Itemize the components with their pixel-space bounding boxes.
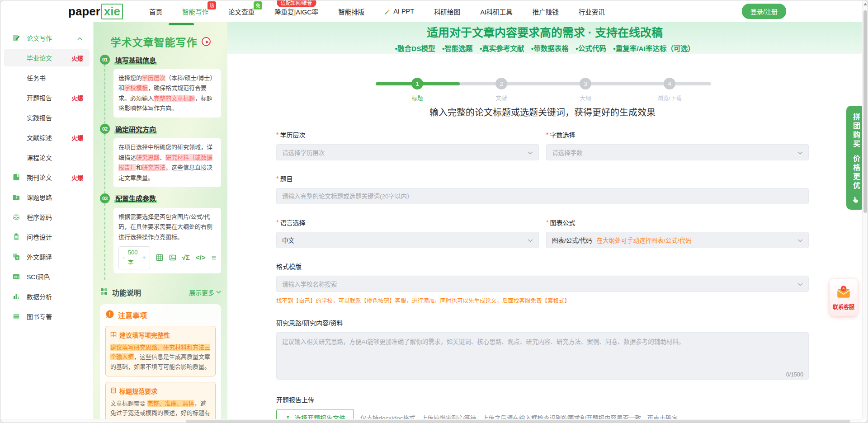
word-count-select[interactable]: 请选择字数: [546, 144, 809, 160]
nav-item-sci-drawing[interactable]: 科研绘图: [434, 7, 460, 16]
nav-item-plagiarism-check[interactable]: 论文查重 免: [228, 7, 255, 16]
nav-item-home[interactable]: 首页: [149, 7, 162, 16]
folder-bolt-icon: [12, 193, 20, 201]
page-title: 输入完整的论文标题或选题关键词，获得更好的生成效果: [276, 105, 809, 118]
play-video-icon[interactable]: [202, 37, 211, 46]
progress-bar: [376, 82, 711, 85]
notice-panel: 注意事项 建议填写项完整性 建议填写研究思路、研究材料和方法三个输入框，这些信息…: [100, 304, 221, 419]
guide-step-3: 03 配置生成参数 根据需要选择是否包含图片/公式/代码，在具体要求需要在大纲处…: [100, 193, 221, 280]
sidebar-item-data-analysis[interactable]: 数据分析: [4, 288, 90, 305]
title-field-group: *题目: [276, 174, 809, 204]
paper-writing-icon: [12, 34, 20, 42]
hot-label: 火爆: [71, 133, 83, 142]
translate-icon: [12, 253, 20, 261]
word-count-stepper[interactable]: - 500 字 +: [118, 246, 150, 269]
scroll-up-arrow-icon[interactable]: [863, 3, 867, 5]
show-more-link[interactable]: 展示更多: [189, 288, 221, 297]
research-textarea[interactable]: [276, 332, 809, 380]
table-icon[interactable]: [156, 254, 163, 261]
sidebar-item-task-book[interactable]: 任务书: [4, 69, 90, 86]
chevron-down-icon: [797, 237, 803, 244]
education-select[interactable]: 请选择学历层次: [276, 144, 539, 160]
sidebar-item-course-paper[interactable]: 课程论文: [4, 149, 90, 166]
step-description: 选择您的学历层次（本科/硕士/博士）和学校模板，确保格式规范符合要求。必须输入完…: [113, 69, 221, 118]
sidebar-item-source-code[interactable]: 程序源码: [4, 208, 90, 226]
upload-proposal-button[interactable]: 选择开题报告文件: [276, 409, 354, 419]
nav-item-ai-research-tools[interactable]: AI科研工具: [480, 7, 513, 16]
step-circle-refs[interactable]: 2: [495, 78, 507, 89]
horizontal-scrollbar[interactable]: [0, 419, 862, 423]
guide-scroll-indicator[interactable]: [169, 23, 194, 25]
sidebar-item-questionnaire-design[interactable]: 问卷设计: [4, 228, 90, 245]
step-title: 配置生成参数: [114, 193, 157, 203]
step-description: 在项目选择中明确您的研究领域，详细描述研究思路、研究材料（或数据报告）和研究方法…: [113, 138, 221, 187]
open-book-icon: [110, 330, 117, 341]
layers-icon: [12, 213, 20, 221]
title-input[interactable]: [276, 188, 809, 204]
thesis-form: *学历层次 请选择学历层次 *字数选择 请选择字数: [276, 130, 809, 419]
outline-lines-icon[interactable]: ≡: [211, 251, 216, 265]
compat-ribbon: 适配知网/维普: [277, 0, 316, 7]
step-circle-download[interactable]: 4: [664, 78, 675, 89]
navbar: paper xie 首页 智能写作 热 论文查重 免 适配知网/维普 降重复|A…: [0, 0, 862, 22]
image-icon[interactable]: [169, 254, 176, 261]
page: paper xie 首页 智能写作 热 论文查重 免 适配知网/维普 降重复|A…: [0, 0, 868, 423]
template-help-text: 找不到【自己】的学校，可以联系【橙色按钮】客服，进行添加。同时也可以先生成论文，…: [276, 296, 809, 305]
language-select[interactable]: 中文: [276, 232, 539, 248]
features-section-header: 功能说明 展示更多: [100, 287, 221, 298]
hot-label: 火爆: [71, 94, 83, 102]
chevron-down-icon: [797, 281, 803, 287]
hand-pointer-icon: [852, 196, 859, 205]
sidebar-group-paper-writing[interactable]: 论文写作: [4, 29, 90, 47]
sidebar-item-journal-paper[interactable]: 期刊论文 火爆: [4, 169, 90, 186]
vertical-scrollbar-thumb[interactable]: [863, 10, 867, 213]
sidebar-item-sci-polish[interactable]: SCI润色: [4, 268, 90, 285]
formula-icon[interactable]: √Σ: [182, 252, 190, 263]
plus-icon[interactable]: +: [142, 252, 146, 263]
bar-chart-icon: [12, 292, 20, 301]
nav-item-ai-ppt[interactable]: AI PPT: [384, 8, 414, 15]
research-field-group: 研究思路/研究内容/资料 0/1500: [276, 318, 809, 381]
code-icon[interactable]: </>: [196, 252, 206, 263]
step-title: 填写基础信息: [114, 55, 157, 65]
step-circle-title[interactable]: 1: [411, 78, 423, 89]
nav-item-reduce-aigc[interactable]: 适配知网/维普 降重复|AIGC率: [274, 7, 318, 16]
horizontal-scrollbar-thumb[interactable]: [186, 420, 850, 423]
nav-item-promotion[interactable]: 推广赚钱: [533, 7, 559, 16]
sidebar-item-literature-review[interactable]: 文献综述 火爆: [4, 129, 90, 146]
logo[interactable]: paper xie: [68, 4, 123, 19]
sidebar-item-proposal-report[interactable]: 开题报告 火爆: [4, 89, 90, 106]
school-template-select[interactable]: 请输入学校名称搜索: [276, 276, 809, 292]
progress-steps: 1 2 3 4 标题 文献 大纲 浏览/下载: [276, 54, 809, 99]
step-circle-outline[interactable]: 3: [580, 78, 591, 89]
login-button[interactable]: 登录/注册: [742, 4, 786, 19]
document-icon: [110, 386, 117, 397]
chevron-down-icon: [528, 237, 533, 244]
chevron-down-icon: [528, 149, 533, 156]
nav-item-ai-writing[interactable]: 智能写作 热: [182, 7, 208, 16]
word-count-field-group: *字数选择 请选择字数: [546, 130, 809, 160]
minus-icon[interactable]: -: [123, 252, 125, 263]
guide-step-1: 01 填写基础信息 选择您的学历层次（本科/硕士/博士）和学校模板，确保格式规范…: [100, 55, 221, 124]
hot-label: 火爆: [71, 173, 83, 182]
chart-formula-select[interactable]: 图表/公式/代码 在大纲处可手动选择图表/公式/代码: [546, 232, 809, 248]
sidebar-item-practice-report[interactable]: 实践报告: [4, 109, 90, 126]
sidebar-item-topic-ideas[interactable]: 课题思路: [4, 188, 90, 206]
promo-title: 适用对于文章内容要求高的需求 · 支持在线改稿: [427, 24, 663, 40]
alert-bubble-icon: [105, 310, 114, 320]
customer-service-widget[interactable]: 联系客服: [830, 279, 858, 316]
vertical-scrollbar[interactable]: [862, 0, 868, 419]
char-counter: 0/1500: [786, 371, 803, 378]
customer-service-icon: [835, 284, 853, 301]
nav-item-industry-news[interactable]: 行业资讯: [579, 7, 605, 16]
notice-card-title-rules: 标题规范要求 文章标题需要 完整、准确、具体，避免过于宽泛或模糊的表述，好的标题…: [105, 382, 216, 419]
guide-panel: 学术文章智能写作 01 填写基础信息 选择您的学历层次（本科/硕士/博士）和学校…: [94, 22, 227, 419]
sidebar-item-foreign-translation[interactable]: 外文翻译: [4, 248, 90, 265]
education-field-group: *学历层次 请选择学历层次: [276, 130, 539, 160]
template-field-group: 格式模版 请输入学校名称搜索 找不到【自己】的学校，可以联系【橙色按钮】客服，进…: [276, 262, 809, 305]
logo-text-paper: paper: [68, 5, 100, 19]
nav-item-typeset[interactable]: 智能排版: [338, 7, 364, 16]
sidebar-item-graduation-thesis[interactable]: 毕业论文 火爆: [4, 49, 90, 66]
sidebar-item-book-monograph[interactable]: 图书专著: [4, 308, 90, 325]
guide-title: 学术文章智能写作: [111, 34, 198, 49]
